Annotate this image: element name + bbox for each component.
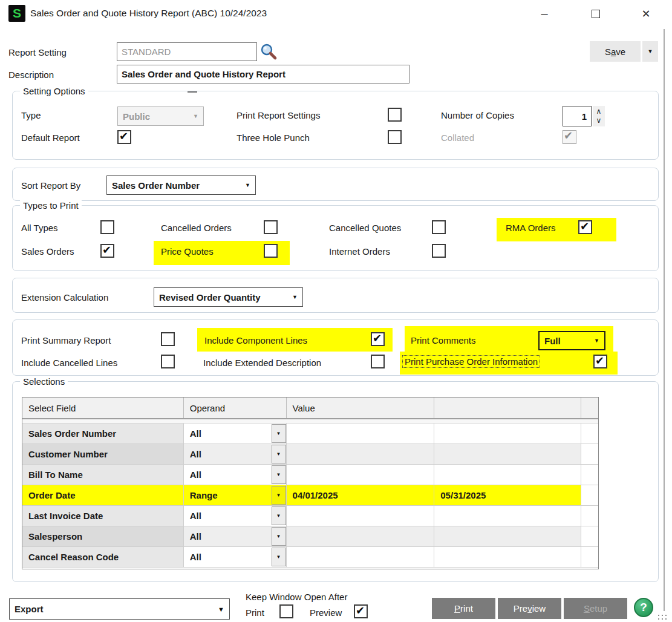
check-icon: ✔ [564, 129, 573, 142]
row-operand-dropdown[interactable]: All▼ [184, 424, 287, 444]
number-of-copies-input[interactable]: 1 [563, 106, 592, 126]
type-value: Public [123, 111, 150, 122]
export-value: Export [15, 604, 44, 614]
print-button[interactable]: Print [432, 598, 495, 619]
cancelled-quotes-checkbox[interactable]: ✔ [432, 220, 446, 234]
row-value1[interactable] [287, 424, 435, 444]
report-setting-input[interactable]: STANDARD [117, 42, 257, 61]
row-value2[interactable] [434, 424, 581, 444]
copies-spinner[interactable]: ∧ ∨ [593, 106, 605, 126]
include-extended-description-checkbox[interactable]: ✔ [371, 355, 385, 368]
resize-grip[interactable] [657, 614, 668, 620]
setup-button: Setup [564, 598, 627, 619]
app-icon: S [8, 5, 25, 22]
row-value1[interactable]: 04/01/2025 [287, 485, 435, 505]
chevron-down-icon[interactable]: ▼ [272, 527, 286, 546]
save-button[interactable]: Save [590, 41, 641, 62]
row-field: Bill To Name [22, 465, 184, 485]
chevron-down-icon[interactable]: ▼ [272, 548, 286, 566]
report-setting-label: Report Setting [8, 47, 67, 57]
sort-report-by-dropdown[interactable]: Sales Order Number ▼ [106, 175, 256, 195]
row-value2[interactable]: 05/31/2025 [434, 485, 581, 505]
row-value2[interactable] [434, 506, 581, 526]
sales-orders-checkbox[interactable]: ✔ [100, 244, 114, 258]
print-summary-report-checkbox[interactable]: ✔ [161, 332, 175, 346]
include-cancelled-lines-checkbox[interactable]: ✔ [161, 355, 175, 368]
row-field: Last Invoice Date [22, 506, 184, 526]
help-icon[interactable]: ? [634, 598, 653, 617]
chevron-down-icon[interactable]: ▼ [272, 506, 286, 525]
default-report-checkbox[interactable]: ✔ [117, 130, 131, 144]
row-value2[interactable] [434, 526, 581, 546]
cancelled-quotes-label: Cancelled Quotes [329, 223, 401, 233]
row-field: Customer Number [22, 444, 184, 464]
three-hole-punch-label: Three Hole Punch [237, 133, 310, 143]
internet-orders-checkbox[interactable]: ✔ [432, 244, 446, 258]
type-dropdown[interactable]: Public ▼ [117, 106, 204, 126]
selections-group: Selections Select Field Operand Value Sa… [12, 381, 659, 582]
all-types-checkbox[interactable]: ✔ [100, 220, 114, 234]
row-value1[interactable] [287, 506, 435, 526]
maximize-icon [592, 10, 600, 18]
cancelled-orders-label: Cancelled Orders [161, 223, 232, 233]
chevron-down-icon[interactable]: ▼ [272, 465, 286, 484]
save-dropdown-button[interactable]: ▼ [642, 41, 658, 62]
setting-options-group: Setting Options Type Public ▼ Print Repo… [12, 91, 659, 160]
check-icon: ✔ [580, 220, 589, 233]
print-comments-dropdown[interactable]: Full ▼ [538, 331, 605, 350]
print-report-settings-checkbox[interactable]: ✔ [388, 108, 402, 122]
row-value2[interactable] [434, 547, 581, 567]
cancelled-orders-checkbox[interactable]: ✔ [264, 220, 278, 234]
preview-button[interactable]: Preview [498, 598, 561, 619]
chevron-down-icon[interactable]: ▼ [272, 445, 286, 463]
row-value1[interactable] [287, 526, 435, 546]
price-quotes-checkbox[interactable]: ✔ [264, 244, 278, 258]
minimize-button[interactable]: – [530, 0, 558, 27]
print-purchase-order-information-checkbox[interactable]: ✔ [593, 355, 607, 368]
row-operand-dropdown[interactable]: All▼ [184, 444, 287, 464]
row-operand-dropdown[interactable]: All▼ [184, 526, 287, 546]
row-extra [581, 465, 598, 485]
spinner-down-icon[interactable]: ∨ [596, 116, 602, 125]
row-field: Order Date [22, 485, 184, 505]
selections-title: Selections [20, 376, 68, 387]
include-cancelled-lines-label: Include Cancelled Lines [21, 358, 117, 368]
chevron-down-icon[interactable]: ▼ [272, 486, 286, 505]
close-button[interactable]: ✕ [632, 0, 660, 27]
default-report-label: Default Report [21, 133, 80, 143]
row-value1[interactable] [287, 444, 435, 464]
lookup-icon[interactable] [259, 43, 278, 61]
export-dropdown[interactable]: Export ▼ [9, 598, 230, 620]
collated-label: Collated [441, 133, 474, 143]
operand-value: All [190, 511, 201, 521]
check-icon: ✔ [119, 129, 128, 143]
description-input[interactable]: Sales Order and Quote History Report [117, 65, 409, 83]
extension-calculation-dropdown[interactable]: Revised Order Quantity ▼ [154, 287, 303, 307]
row-operand-dropdown[interactable]: Range▼ [184, 485, 287, 505]
row-operand-dropdown[interactable]: All▼ [184, 465, 287, 485]
print-summary-report-label: Print Summary Report [21, 335, 111, 345]
rma-orders-checkbox[interactable]: ✔ [578, 220, 592, 234]
row-extra [581, 526, 598, 546]
keep-open-preview-checkbox[interactable]: ✔ [354, 604, 368, 618]
maximize-button[interactable] [582, 0, 610, 27]
grid-header-value2 [434, 398, 581, 418]
row-operand-dropdown[interactable]: All▼ [184, 547, 287, 567]
table-row: Customer Number All▼ [22, 444, 598, 465]
operand-value: All [190, 470, 201, 480]
chevron-down-icon[interactable]: ▼ [272, 424, 286, 443]
three-hole-punch-checkbox[interactable]: ✔ [388, 130, 402, 144]
spinner-up-icon[interactable]: ∧ [596, 107, 602, 116]
row-value1[interactable] [287, 547, 435, 567]
row-operand-dropdown[interactable]: All▼ [184, 506, 287, 526]
row-value2[interactable] [434, 465, 581, 485]
description-label: Description [8, 70, 54, 80]
row-value1[interactable] [287, 465, 435, 485]
table-row: Cancel Reason Code All▼ [22, 547, 598, 568]
row-field: Salesperson [22, 526, 184, 546]
table-row: Bill To Name All▼ [22, 465, 598, 485]
keep-open-print-checkbox[interactable]: ✔ [279, 604, 293, 618]
include-component-lines-checkbox[interactable]: ✔ [371, 332, 385, 346]
grid-header-operand: Operand [184, 398, 287, 418]
row-value2[interactable] [434, 444, 581, 464]
